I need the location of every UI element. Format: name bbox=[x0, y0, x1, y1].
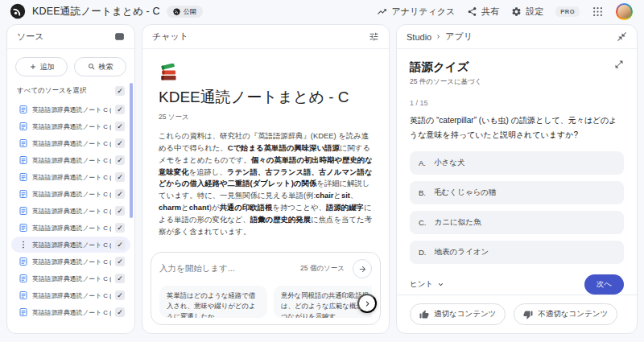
notebook-emoji-icon bbox=[159, 64, 373, 82]
source-label: 英語語源辞典通読ノート C (ch... bbox=[32, 241, 111, 249]
next-question-button[interactable]: 次へ bbox=[584, 274, 624, 295]
source-label: 英語語源辞典通読ノート C (ch... bbox=[32, 258, 111, 266]
thumbs-up-icon bbox=[419, 310, 429, 319]
chat-input[interactable]: 入力を開始します... bbox=[159, 263, 300, 274]
collapse-panel-icon[interactable] bbox=[114, 31, 125, 42]
source-list-item[interactable]: 英語語源辞典通読ノート C (ca... ✓ bbox=[11, 186, 130, 202]
chat-settings-icon[interactable] bbox=[369, 31, 379, 42]
source-label: 英語語源辞典通読ノート C (cla... bbox=[32, 291, 111, 300]
notebooklm-logo[interactable] bbox=[10, 3, 26, 19]
document-icon bbox=[19, 206, 28, 216]
source-list-item[interactable]: 英語語源辞典通読ノート C (ca... ✓ bbox=[11, 135, 130, 151]
search-sources-button[interactable]: 検索 bbox=[74, 57, 126, 76]
source-checkbox[interactable]: ✓ bbox=[115, 155, 125, 165]
breadcrumb-studio[interactable]: Studio bbox=[407, 32, 431, 42]
hint-button[interactable]: ヒント bbox=[410, 279, 445, 290]
quiz-option-text: 地表のライオン bbox=[435, 247, 489, 258]
source-checkbox[interactable]: ✓ bbox=[115, 307, 125, 317]
sources-scrollbar-thumb[interactable] bbox=[130, 83, 133, 218]
share-icon bbox=[467, 6, 477, 17]
top-bar: KDEE通読ノートまとめ - C 公開 アナリティクス 共有 設定 PRO bbox=[0, 0, 644, 23]
source-list-item[interactable]: 英語語源辞典通読ノート C (ch... ✓ bbox=[11, 270, 130, 286]
document-icon bbox=[19, 172, 28, 182]
quiz-option-key: D. bbox=[419, 248, 427, 257]
avatar[interactable] bbox=[616, 3, 633, 20]
bad-content-button[interactable]: 不適切なコンテンツ bbox=[514, 303, 617, 325]
source-checkbox[interactable]: ✓ bbox=[115, 240, 125, 249]
studio-breadcrumb: Studio アプリ bbox=[407, 31, 473, 43]
send-button[interactable] bbox=[353, 259, 372, 278]
source-checkbox[interactable]: ✓ bbox=[115, 172, 125, 182]
quiz-options: A. 小さな犬 B. 毛むくじゃらの猫 C. カニに似た魚 D. 地表のライオン bbox=[410, 151, 624, 270]
source-checkbox[interactable]: ✓ bbox=[115, 206, 125, 216]
share-button[interactable]: 共有 bbox=[467, 6, 499, 18]
document-icon bbox=[19, 257, 28, 266]
source-list-item[interactable]: 英語語源辞典通読ノート C (cla... ✓ bbox=[11, 287, 130, 303]
settings-button[interactable]: 設定 bbox=[511, 6, 543, 18]
suggestion-chip[interactable]: 英単語はどのような経路で借入され、意味や綴りがどのように変遷したか。 bbox=[159, 286, 267, 318]
source-label: 英語語源辞典通読ノート C (ca... bbox=[32, 105, 111, 114]
source-list-item[interactable]: 英語語源辞典通読ノート C (ch... ✓ bbox=[11, 253, 130, 270]
arrow-right-icon bbox=[358, 265, 367, 274]
kebab-menu-icon[interactable] bbox=[19, 240, 28, 249]
source-checkbox[interactable]: ✓ bbox=[115, 105, 125, 114]
quiz-option[interactable]: C. カニに似た魚 bbox=[410, 211, 624, 234]
quiz-option-text: 小さな犬 bbox=[434, 158, 464, 168]
source-list-item[interactable]: 英語語源辞典通読ノート C (ch... ✓ bbox=[11, 237, 130, 253]
expand-icon[interactable] bbox=[614, 60, 624, 69]
quiz-option[interactable]: A. 小さな犬 bbox=[410, 151, 624, 175]
chevron-right-icon bbox=[435, 33, 442, 40]
source-list-item[interactable]: 英語語源辞典通読ノート C (cel... ✓ bbox=[11, 203, 130, 219]
apps-grid-icon[interactable] bbox=[592, 6, 604, 18]
source-checkbox[interactable]: ✓ bbox=[115, 257, 125, 266]
quiz-option-text: カニに似た魚 bbox=[435, 217, 481, 228]
quiz-question: 英語の “caterpillar” (いも虫) の語源として、元々はどのような意… bbox=[410, 113, 624, 142]
public-badge-icon bbox=[173, 8, 180, 15]
document-icon bbox=[19, 223, 28, 233]
source-list-item[interactable]: 英語語源辞典通読ノート C (ca... ✓ bbox=[11, 118, 130, 134]
source-label: 英語語源辞典通読ノート C (ca... bbox=[32, 156, 111, 165]
quiz-source-count: 25 件のソースに基づく bbox=[410, 77, 624, 87]
notebook-title[interactable]: KDEE通読ノートまとめ - C bbox=[32, 5, 160, 19]
quiz-option-key: B. bbox=[419, 188, 426, 197]
quiz-option-text: 毛むくじゃらの猫 bbox=[434, 187, 496, 198]
collapse-app-icon[interactable] bbox=[617, 31, 627, 42]
document-icon bbox=[19, 307, 28, 317]
source-checkbox[interactable]: ✓ bbox=[115, 290, 125, 300]
source-list-item[interactable]: 英語語源辞典通読ノート C (ch... ✓ bbox=[11, 220, 130, 236]
analytics-button[interactable]: アナリティクス bbox=[377, 6, 455, 18]
source-list-item[interactable]: 英語語源辞典通読ノート C (ca... ✓ bbox=[11, 169, 130, 185]
source-checkbox[interactable]: ✓ bbox=[115, 189, 125, 199]
source-checkbox[interactable]: ✓ bbox=[115, 274, 125, 283]
chevron-right-icon bbox=[362, 299, 373, 309]
public-badge: 公開 bbox=[167, 6, 203, 18]
gear-icon bbox=[511, 6, 522, 17]
studio-panel: Studio アプリ 語源クイズ 25 件のソースに基づく 1 / 15 英語の… bbox=[396, 24, 638, 334]
pro-badge: PRO bbox=[555, 6, 580, 17]
select-all-sources-row: すべてのソースを選択 ✓ bbox=[7, 76, 134, 101]
quiz-option[interactable]: B. 毛むくじゃらの猫 bbox=[410, 181, 624, 204]
source-list-item[interactable]: 英語語源辞典通読ノート C (ca... ✓ bbox=[11, 101, 130, 117]
source-list-item[interactable]: 英語語源辞典通読ノート C (co... ✓ bbox=[11, 304, 130, 320]
add-source-button[interactable]: 追加 bbox=[15, 57, 68, 76]
source-checkbox[interactable]: ✓ bbox=[115, 122, 125, 131]
source-label: 英語語源辞典通読ノート C (ca... bbox=[32, 190, 111, 199]
select-all-label: すべてのソースを選択 bbox=[17, 86, 86, 96]
select-all-checkbox[interactable]: ✓ bbox=[115, 86, 125, 96]
document-icon bbox=[19, 189, 28, 199]
quiz-option-key: C. bbox=[419, 218, 427, 227]
source-checkbox[interactable]: ✓ bbox=[115, 223, 125, 233]
source-label: 英語語源辞典通読ノート C (ch... bbox=[32, 224, 111, 233]
source-list-item[interactable]: 英語語源辞典通読ノート C (ca... ✓ bbox=[11, 152, 130, 168]
source-label: 英語語源辞典通読ノート C (ca... bbox=[32, 139, 111, 148]
good-content-button[interactable]: 適切なコンテンツ bbox=[410, 303, 506, 325]
document-icon bbox=[19, 105, 28, 114]
source-label: 英語語源辞典通読ノート C (co... bbox=[32, 308, 111, 317]
source-label: 英語語源辞典通読ノート C (ch... bbox=[32, 274, 111, 283]
next-suggestions-button[interactable] bbox=[357, 294, 377, 313]
quiz-option[interactable]: D. 地表のライオン bbox=[410, 241, 624, 264]
source-checkbox[interactable]: ✓ bbox=[115, 138, 125, 148]
source-label: 英語語源辞典通読ノート C (ca... bbox=[32, 173, 111, 182]
notebook-description: これらの資料は、研究社の『英語語源辞典』(KDEE) を読み進める中で得られた、… bbox=[159, 130, 373, 238]
chevron-down-icon bbox=[436, 280, 445, 289]
